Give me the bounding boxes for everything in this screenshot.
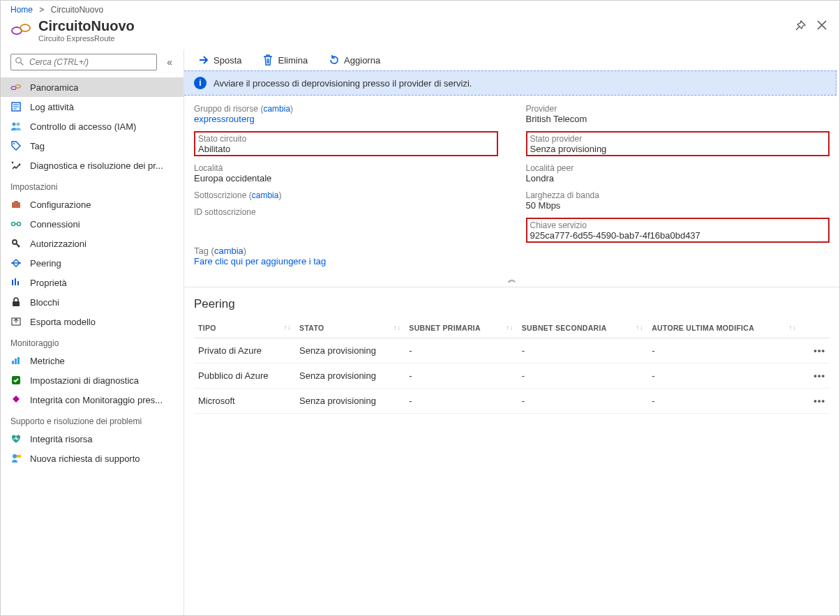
- sidebar-item-nuova-richiesta[interactable]: Nuova richiesta di supporto: [1, 449, 183, 468]
- subscription-label: Sottoscrizione (cambia): [194, 190, 498, 200]
- row-more-button[interactable]: •••: [800, 338, 830, 363]
- col-secondary[interactable]: SUBNET SECONDARIA↑↓: [518, 318, 647, 338]
- cell-secondary: -: [518, 363, 647, 389]
- metriche-icon: [10, 355, 22, 366]
- autorizzazioni-icon: [10, 238, 22, 249]
- info-banner-text: Avviare il processo di deprovisioning pr…: [213, 78, 472, 89]
- peering-heading: Peering: [194, 297, 830, 311]
- col-modified[interactable]: AUTORE ULTIMA MODIFICA↑↓: [647, 318, 800, 338]
- svg-rect-11: [12, 202, 20, 208]
- cell-modified: -: [647, 338, 800, 363]
- sidebar-item-diag-settings[interactable]: Impostazioni di diagnostica: [1, 370, 183, 390]
- col-type[interactable]: TIPO↑↓: [194, 318, 295, 338]
- sidebar-item-log-attivita[interactable]: Log attività: [1, 97, 183, 117]
- sidebar-item-diagnostica[interactable]: Diagnostica e risoluzione dei pr...: [1, 156, 183, 175]
- svg-rect-21: [13, 301, 20, 306]
- sidebar-item-label: Tag: [30, 141, 45, 151]
- sidebar-section-header: Supporto e risoluzione dei problemi: [1, 410, 183, 429]
- service-key-value: 925ca777-6d55-4590-bab7-4f16ba0bd437: [530, 230, 700, 241]
- sidebar-item-metriche[interactable]: Metriche: [1, 351, 183, 370]
- sub-change-link[interactable]: cambia: [252, 190, 279, 200]
- configurazione-icon: [10, 199, 22, 210]
- trash-icon: [262, 54, 273, 66]
- info-icon: i: [194, 77, 207, 89]
- svg-point-27: [13, 454, 17, 458]
- svg-point-7: [13, 123, 16, 126]
- peering-table: TIPO↑↓ STATO↑↓ SUBNET PRIMARIA↑↓ SUBNET …: [194, 318, 830, 414]
- sidebar: « PanoramicaLog attivitàControllo di acc…: [1, 50, 184, 615]
- search-icon: [15, 57, 24, 68]
- provider-state-value: Senza provisioning: [530, 144, 607, 154]
- sidebar-item-label: Diagnostica e risoluzione dei pr...: [30, 160, 163, 171]
- provider-state-label: Stato provider: [530, 134, 583, 144]
- bandwidth-value: 50 Mbps: [526, 200, 830, 211]
- blocchi-icon: [10, 296, 22, 308]
- search-input[interactable]: [28, 57, 152, 68]
- rg-value[interactable]: expressrouterg: [194, 114, 255, 124]
- bandwidth-label: Larghezza di banda: [526, 190, 830, 200]
- delete-button[interactable]: Elimina: [258, 54, 312, 66]
- proprieta-icon: [10, 277, 22, 288]
- location-label: Località: [194, 163, 498, 173]
- sidebar-item-esporta-modello[interactable]: Esporta modello: [1, 312, 183, 331]
- sidebar-item-label: Peering: [30, 258, 61, 269]
- sidebar-item-label: Blocchi: [30, 297, 59, 308]
- close-button[interactable]: [814, 17, 830, 33]
- move-button[interactable]: Sposta: [194, 54, 246, 66]
- refresh-label: Aggiorna: [344, 55, 380, 66]
- row-more-button[interactable]: •••: [800, 389, 830, 414]
- sidebar-item-label: Connessioni: [30, 219, 80, 230]
- cell-state: Senza provisioning: [295, 389, 405, 414]
- sidebar-item-peering[interactable]: Peering: [1, 253, 183, 273]
- provider-label: Provider: [526, 104, 830, 114]
- subscription-id-label: ID sottoscrizione: [194, 207, 498, 217]
- peering-icon: [10, 257, 22, 269]
- sidebar-item-proprieta[interactable]: Proprietà: [1, 273, 183, 292]
- sidebar-item-blocchi[interactable]: Blocchi: [1, 292, 183, 312]
- integrita-mon-icon: [10, 394, 22, 405]
- refresh-icon: [329, 54, 340, 66]
- expand-chevron-icon[interactable]: ︽: [184, 272, 839, 287]
- row-more-button[interactable]: •••: [800, 363, 830, 389]
- table-row[interactable]: MicrosoftSenza provisioning---•••: [194, 389, 830, 414]
- sidebar-item-label: Proprietà: [30, 278, 67, 288]
- refresh-button[interactable]: Aggiorna: [324, 54, 384, 66]
- circuit-state-value: Abilitato: [198, 144, 230, 154]
- pin-button[interactable]: [792, 17, 809, 34]
- col-state[interactable]: STATO↑↓: [295, 318, 405, 338]
- provider-value: British Telecom: [526, 114, 830, 124]
- svg-point-9: [13, 143, 15, 144]
- breadcrumb-home[interactable]: Home: [10, 5, 33, 15]
- add-tag-link[interactable]: Fare clic qui per aggiungere i tag: [194, 256, 326, 266]
- cell-secondary: -: [518, 338, 647, 363]
- sidebar-item-panoramica[interactable]: Panoramica: [1, 77, 183, 97]
- table-row[interactable]: Privato di AzureSenza provisioning---•••: [194, 338, 830, 363]
- sidebar-item-tag[interactable]: Tag: [1, 136, 183, 156]
- search-box[interactable]: [10, 54, 157, 70]
- sidebar-item-integrita-risorsa[interactable]: Integrità risorsa: [1, 429, 183, 449]
- sidebar-item-autorizzazioni[interactable]: Autorizzazioni: [1, 234, 183, 253]
- sidebar-item-configurazione[interactable]: Configurazione: [1, 195, 183, 214]
- sidebar-item-label: Log attività: [30, 102, 74, 112]
- svg-rect-23: [12, 361, 14, 364]
- info-banner: i Avviare il processo di deprovisioning …: [184, 70, 837, 96]
- tag-change-link[interactable]: cambia: [214, 246, 243, 256]
- sidebar-item-integrita-mon[interactable]: Integrità con Monitoraggio pres...: [1, 390, 183, 410]
- table-row[interactable]: Pubblico di AzureSenza provisioning---••…: [194, 363, 830, 389]
- svg-point-13: [12, 223, 15, 226]
- svg-point-1: [20, 24, 30, 31]
- sidebar-item-iam[interactable]: Controllo di accesso (IAM): [1, 117, 183, 136]
- sidebar-item-connessioni[interactable]: Connessioni: [1, 214, 183, 234]
- nuova-richiesta-icon: [10, 453, 22, 464]
- main-pane: Sposta Elimina Aggiorna i Avviare: [184, 50, 839, 615]
- collapse-sidebar-button[interactable]: «: [163, 56, 177, 68]
- peer-location-value: Londra: [526, 173, 830, 183]
- cell-secondary: -: [518, 389, 647, 414]
- integrita-risorsa-icon: [10, 433, 22, 444]
- rg-change-link[interactable]: cambia: [263, 104, 290, 114]
- properties-grid: Gruppo di risorse (cambia) expressrouter…: [184, 96, 839, 243]
- sidebar-item-label: Configurazione: [30, 200, 91, 210]
- col-primary[interactable]: SUBNET PRIMARIA↑↓: [405, 318, 517, 338]
- cell-primary: -: [405, 338, 517, 363]
- breadcrumb-current: CircuitoNuovo: [51, 5, 103, 15]
